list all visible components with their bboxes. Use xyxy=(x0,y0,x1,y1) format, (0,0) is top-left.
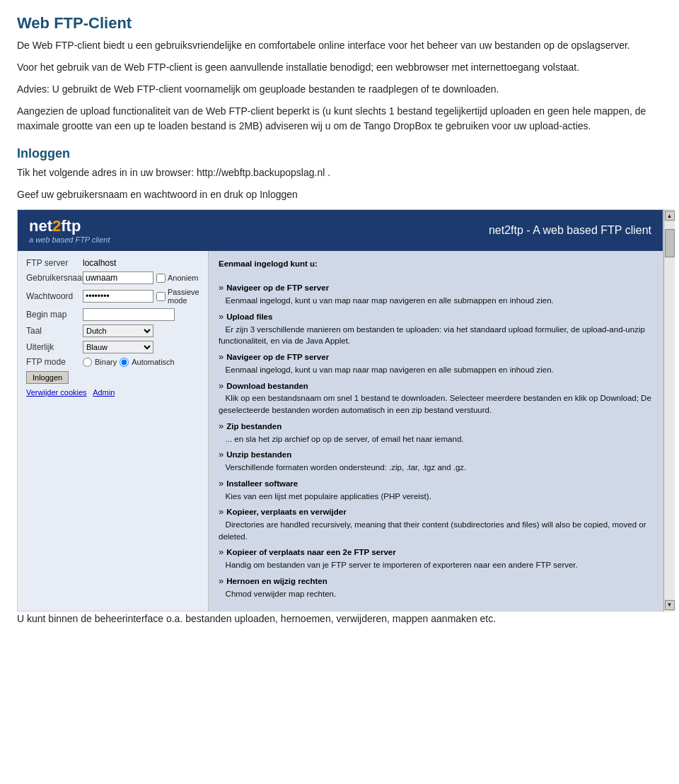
ftp-body: FTP server localhost Gebruikersnaam Anon… xyxy=(18,251,663,611)
scroll-track[interactable] xyxy=(665,222,675,599)
uiterlijk-label: Uiterlijk xyxy=(26,342,83,352)
ftpmode-row: FTP mode Binary Automatisch xyxy=(26,357,199,367)
info-section-navigate2: »Navigeer op de FTP server Eenmaal ingel… xyxy=(219,351,653,376)
uiterlijk-row: Uiterlijk Blauw xyxy=(26,341,199,353)
zip-title: Zip bestanden xyxy=(226,422,282,431)
anon-label: Anoniem xyxy=(168,274,198,282)
ftp-logo-sub: a web based FTP client xyxy=(29,235,110,244)
inloggen-para: Tik het volgende adres in in uw browser:… xyxy=(17,165,662,180)
passive-checkbox-row: Passievemode xyxy=(156,288,199,305)
info-heading: Eenmaal ingelogd kunt u: xyxy=(219,258,653,270)
username-input[interactable] xyxy=(83,271,153,284)
uiterlijk-select[interactable]: Blauw xyxy=(83,341,153,353)
form-links: Verwijder cookies Admin xyxy=(26,388,199,397)
ftp-header-title: net2ftp - A web based FTP client xyxy=(489,224,651,237)
anon-checkbox-row: Anoniem xyxy=(156,274,198,283)
password-input[interactable] xyxy=(83,290,153,303)
info-section-download: »Download bestanden Klik op een bestands… xyxy=(219,380,653,416)
ftp-header: net2ftp a web based FTP client net2ftp -… xyxy=(18,210,663,251)
info-section-software: »Installeer software Kies van een lijst … xyxy=(219,477,653,503)
kopieer-title: Kopieer, verplaats en verwijder xyxy=(226,508,346,516)
username-label: Gebruikersnaam xyxy=(26,273,83,283)
taal-row: Taal Dutch English xyxy=(26,324,199,337)
anon-checkbox[interactable] xyxy=(156,274,166,283)
ftp-client-screenshot: net2ftp a web based FTP client net2ftp -… xyxy=(17,209,663,612)
scrollbar[interactable]: ▲ ▼ xyxy=(663,209,675,612)
info-section-kopieer2: »Kopieer of verplaats naar een 2e FTP se… xyxy=(219,546,653,571)
verwijder-cookies-link[interactable]: Verwijder cookies xyxy=(26,388,87,397)
screenshot-container: net2ftp a web based FTP client net2ftp -… xyxy=(17,209,675,612)
ftp-login-form: FTP server localhost Gebruikersnaam Anon… xyxy=(18,251,209,611)
page-title: Web FTP-Client xyxy=(17,14,662,33)
taal-select[interactable]: Dutch English xyxy=(83,324,153,337)
software-title: Installeer software xyxy=(226,479,298,488)
scroll-thumb[interactable] xyxy=(665,229,675,257)
intro-para-1: De Web FTP-client biedt u een gebruiksvr… xyxy=(17,38,662,53)
ftpmode-label: FTP mode xyxy=(26,357,83,367)
nav2-title: Navigeer op de FTP server xyxy=(226,353,329,361)
geef-para: Geef uw gebruikersnaam en wachtwoord in … xyxy=(17,187,662,202)
anon-checkbox-item: Anoniem xyxy=(156,274,198,283)
binary-radio[interactable] xyxy=(83,358,92,367)
admin-link[interactable]: Admin xyxy=(93,388,115,397)
inloggen-button[interactable]: Inloggen xyxy=(26,371,69,384)
scroll-down-arrow[interactable]: ▼ xyxy=(665,600,675,610)
binary-label: Binary xyxy=(95,358,117,366)
info-section-navigate1: »Navigeer op de FTP server Eenmaal ingel… xyxy=(219,281,653,307)
beginmap-row: Begin map xyxy=(26,308,199,321)
advice-para: Advies: U gebruikt de Web FTP-client voo… xyxy=(17,82,662,97)
auto-radio[interactable] xyxy=(120,358,129,367)
scroll-up-arrow[interactable]: ▲ xyxy=(665,211,675,221)
passive-checkbox[interactable] xyxy=(156,292,166,301)
password-label: Wachtwoord xyxy=(26,291,83,301)
password-row: Wachtwoord Passievemode xyxy=(26,288,199,305)
nav1-title: Navigeer op de FTP server xyxy=(226,283,329,292)
inloggen-heading: Inloggen xyxy=(17,146,662,161)
taal-label: Taal xyxy=(26,326,83,336)
ftp-logo: net2ftp a web based FTP client xyxy=(29,217,110,244)
bottom-para: U kunt binnen de beheerinterface o.a. be… xyxy=(17,612,662,626)
beginmap-input[interactable] xyxy=(83,308,175,321)
ftp-info-panel: Eenmaal ingelogd kunt u: »Navigeer op de… xyxy=(209,251,663,611)
username-row: Gebruikersnaam Anoniem xyxy=(26,271,199,284)
passive-checkbox-item: Passievemode xyxy=(156,288,199,305)
passive-label: Passievemode xyxy=(168,288,199,305)
unzip-title: Unzip bestanden xyxy=(226,450,291,459)
ftp-server-label: FTP server xyxy=(26,258,83,268)
ftp-logo-main: net2ftp xyxy=(29,217,110,235)
info-section-upload: »Upload files Er zijn 3 verschillende ma… xyxy=(219,310,653,347)
form-footer: Inloggen xyxy=(26,371,199,384)
intro-para-2: Voor het gebruik van de Web FTP-client i… xyxy=(17,60,662,75)
logo-pre: net xyxy=(29,217,52,235)
ftp-server-row: FTP server localhost xyxy=(26,258,199,268)
logo-number: 2 xyxy=(52,217,61,235)
upload-para: Aangezien de upload functionaliteit van … xyxy=(17,104,662,134)
download-title: Download bestanden xyxy=(226,382,308,390)
ftpmode-radio-row: Binary Automatisch xyxy=(83,358,175,367)
hernoen-title: Hernoen en wijzig rechten xyxy=(226,577,327,585)
info-section-unzip: »Unzip bestanden Verschillende formaten … xyxy=(219,448,653,474)
upload-title: Upload files xyxy=(226,312,272,321)
info-section-zip: »Zip bestanden ... en sla het zip archie… xyxy=(219,420,653,445)
auto-label: Automatisch xyxy=(132,358,175,366)
info-section-hernoen: »Hernoen en wijzig rechten Chmod verwijd… xyxy=(219,575,653,600)
beginmap-label: Begin map xyxy=(26,310,83,320)
info-section-kopieer: »Kopieer, verplaats en verwijder Directo… xyxy=(219,505,653,542)
ftp-server-value: localhost xyxy=(83,258,116,268)
logo-post: ftp xyxy=(61,217,81,235)
kopieer2-title: Kopieer of verplaats naar een 2e FTP ser… xyxy=(226,548,395,556)
